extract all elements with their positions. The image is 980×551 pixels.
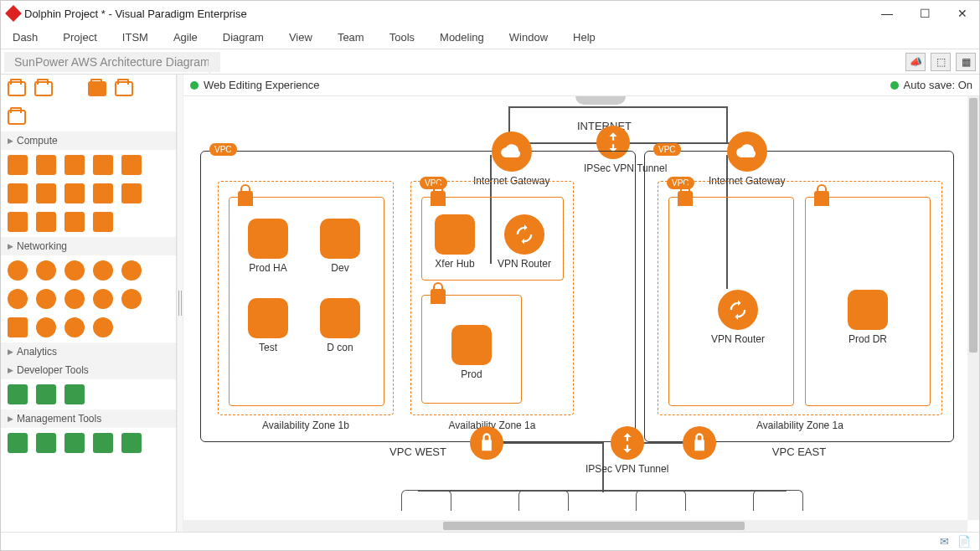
menu-itsm[interactable]: ITSM	[122, 31, 148, 44]
mgmt-shape-icon[interactable]	[8, 433, 28, 453]
toolbar-panel-icon[interactable]: ▦	[956, 53, 976, 71]
compute-shape-icon[interactable]	[121, 183, 142, 203]
mgmt-shape-icon[interactable]	[64, 433, 85, 453]
availability-zone-1a-west[interactable]: Availability Zone 1a VPC Xfer Hub VPN Ro…	[410, 181, 574, 415]
vpn-lock-icon	[470, 426, 503, 460]
compute-shape-icon[interactable]	[64, 183, 85, 203]
devtools-shape-icon[interactable]	[8, 384, 28, 404]
networking-shape-icon[interactable]	[93, 260, 113, 281]
menu-tools[interactable]: Tools	[389, 31, 415, 44]
node-prod-dr[interactable]: Prod DR	[848, 290, 888, 345]
subnet[interactable]: Xfer Hub VPN Router	[421, 197, 564, 281]
folder-icon[interactable]	[8, 81, 26, 96]
compute-shape-icon[interactable]	[8, 183, 28, 203]
toolbar-bounds-icon[interactable]: ⬚	[931, 53, 951, 71]
node-xfer-hub[interactable]: Xfer Hub	[435, 214, 475, 270]
compute-shape-icon[interactable]	[93, 212, 113, 232]
menu-dash[interactable]: Dash	[13, 31, 38, 44]
networking-shape-icon[interactable]	[64, 260, 85, 281]
maximize-button[interactable]: ☐	[915, 7, 936, 20]
availability-zone-1a-east[interactable]: Availability Zone 1a VPC VPN Router Prod…	[658, 181, 942, 415]
menu-diagram[interactable]: Diagram	[223, 31, 264, 44]
close-button[interactable]: ✕	[952, 7, 972, 20]
page-icon[interactable]: 📄	[957, 535, 971, 548]
compute-shape-icon[interactable]	[93, 183, 113, 203]
networking-shape-icon[interactable]	[64, 289, 85, 309]
compute-shape-icon[interactable]	[8, 212, 28, 232]
mail-icon[interactable]: ✉	[940, 535, 949, 548]
networking-shape-icon[interactable]	[8, 289, 28, 309]
mgmt-shape-icon[interactable]	[93, 433, 113, 453]
folder-icon[interactable]	[34, 81, 53, 96]
vertical-scrollbar[interactable]	[967, 96, 979, 520]
networking-shape-icon[interactable]	[8, 317, 28, 337]
compute-shape-icon[interactable]	[36, 183, 56, 203]
networking-shape-icon[interactable]	[121, 260, 142, 281]
palette-section-label: Management Tools	[17, 413, 101, 425]
palette-section-compute[interactable]: ▶Compute	[1, 131, 176, 150]
menu-project[interactable]: Project	[63, 31, 96, 44]
compute-shape-icon[interactable]	[121, 155, 142, 175]
compute-shape-icon[interactable]	[8, 155, 28, 175]
node-prod-ha[interactable]: Prod HA	[248, 219, 288, 274]
menu-window[interactable]: Window	[509, 31, 548, 44]
menu-view[interactable]: View	[289, 31, 312, 44]
networking-shape-icon[interactable]	[36, 289, 56, 309]
menu-team[interactable]: Team	[338, 31, 364, 44]
internet-gateway-west[interactable]: Internet Gateway	[473, 131, 549, 187]
menu-agile[interactable]: Agile	[173, 31, 198, 44]
vpc-west[interactable]: VPC VPC WEST Internet Gateway Availabili…	[200, 151, 636, 442]
editing-status: Web Editing Experience	[204, 79, 320, 91]
vertical-splitter[interactable]	[177, 75, 183, 532]
horizontal-scrollbar[interactable]	[183, 520, 967, 532]
networking-shape-icon[interactable]	[121, 289, 142, 309]
node-prod[interactable]: Prod	[451, 325, 492, 380]
diagram-canvas[interactable]: INTERNET IPSec VPN Tunnel VPC VPC WEST I…	[183, 96, 979, 532]
node-vpn-router-east[interactable]: VPN Router	[711, 290, 765, 345]
node-test[interactable]: Test	[248, 298, 288, 353]
palette-section-mgmt[interactable]: ▶Management Tools	[1, 409, 176, 428]
ipsec-vpn-tunnel-bottom[interactable]: IPSec VPN Tunnel	[585, 426, 668, 475]
networking-shape-icon[interactable]	[36, 317, 56, 337]
palette-section-networking[interactable]: ▶Networking	[1, 237, 176, 255]
toolbar-announce-icon[interactable]: 📣	[905, 53, 926, 71]
networking-shape-icon[interactable]	[64, 317, 85, 337]
node-vpn-router-west[interactable]: VPN Router	[498, 214, 551, 270]
mgmt-shape-icon[interactable]	[121, 433, 142, 453]
subnet[interactable]: VPN Router	[668, 197, 794, 406]
menu-modeling[interactable]: Modeling	[440, 31, 484, 44]
menu-help[interactable]: Help	[573, 31, 596, 44]
rack-icon	[636, 490, 686, 511]
folder-icon[interactable]	[88, 81, 106, 96]
node-dev[interactable]: Dev	[320, 219, 360, 274]
palette-section-analytics[interactable]: ▶Analytics	[1, 342, 176, 361]
compute-shape-icon[interactable]	[93, 155, 113, 175]
compute-shape-icon[interactable]	[36, 212, 56, 232]
subnet[interactable]: Prod	[421, 295, 522, 404]
compute-shape-icon[interactable]	[64, 155, 85, 175]
folder-icon[interactable]	[115, 81, 133, 96]
minimize-button[interactable]: —	[876, 7, 898, 20]
node-label: Prod DR	[848, 333, 887, 345]
compute-shape-icon[interactable]	[36, 155, 56, 175]
networking-shape-icon[interactable]	[93, 289, 113, 309]
devtools-shape-icon[interactable]	[64, 384, 85, 404]
devtools-shape-icon[interactable]	[36, 384, 56, 404]
diagram-tab[interactable]: SunPower AWS Architecture Diagram	[4, 52, 220, 72]
networking-shape-icon[interactable]	[8, 260, 28, 281]
networking-shape-icon[interactable]	[36, 260, 56, 281]
vpc-east[interactable]: VPC VPC EAST Internet Gateway Availabili…	[644, 151, 954, 442]
tab-bar: SunPower AWS Architecture Diagram 📣 ⬚ ▦	[1, 49, 979, 75]
networking-shape-icon[interactable]	[93, 317, 113, 337]
availability-zone-1b[interactable]: Availability Zone 1b Prod HA Dev Test D …	[218, 181, 394, 415]
compute-shape-icon[interactable]	[64, 212, 85, 232]
app-logo-icon	[5, 5, 22, 22]
palette-section-devtools[interactable]: ▶Developer Tools	[1, 361, 176, 379]
subnet[interactable]: Prod DR	[805, 197, 931, 406]
node-label: VPN Router	[711, 333, 765, 345]
folder-icon[interactable]	[8, 110, 26, 125]
mgmt-shape-icon[interactable]	[36, 433, 56, 453]
node-dcon[interactable]: D con	[320, 298, 360, 353]
internet-gateway-east[interactable]: Internet Gateway	[709, 131, 785, 187]
subnet[interactable]: Prod HA Dev Test D con	[229, 197, 384, 406]
